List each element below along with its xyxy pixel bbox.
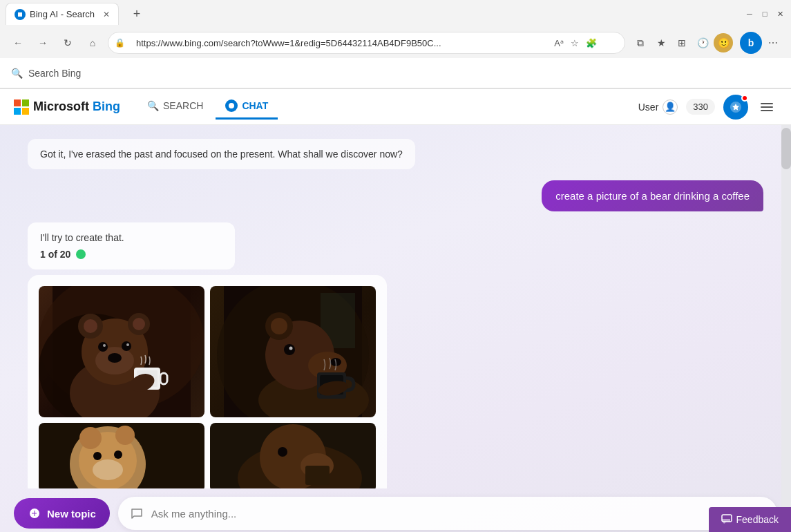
address-bar: ← → ↻ ⌂ 🔒 https://www.bing.com/search?to…: [0, 28, 791, 58]
hamburger-line: [761, 103, 773, 104]
home-button[interactable]: ⌂: [83, 33, 102, 53]
chat-nav-label: CHAT: [242, 100, 268, 111]
chat-input-wrap: [118, 497, 777, 530]
chat-area: Got it, I've erased the past and focused…: [0, 125, 791, 488]
bear-image-2-svg: [210, 286, 376, 417]
search-bar-area: 🔍 Search Bing: [0, 58, 791, 88]
read-mode-icon[interactable]: Aᵃ: [554, 38, 564, 48]
history-icon[interactable]: 🕐: [693, 33, 712, 53]
split-screen-icon[interactable]: ⧉: [631, 33, 650, 53]
bing-logo: Microsoft Bing: [14, 99, 120, 115]
extension-icon[interactable]: 🧩: [586, 38, 597, 48]
svg-point-19: [126, 343, 129, 346]
svg-point-18: [103, 344, 106, 347]
user-message: create a picture of a bear drinking a co…: [542, 180, 763, 211]
bot-counter: 1 of 20: [40, 249, 222, 260]
svg-point-51: [278, 447, 287, 457]
address-input-wrapper: 🔒 https://www.bing.com/search?toWww=1&re…: [108, 32, 625, 54]
svg-point-20: [108, 353, 122, 363]
svg-point-32: [271, 318, 287, 334]
bing-copilot-button[interactable]: b: [740, 32, 762, 54]
svg-point-13: [84, 319, 97, 333]
address-input[interactable]: 🔒 https://www.bing.com/search?toWww=1&re…: [108, 32, 625, 54]
scrollbar-thumb[interactable]: [781, 128, 791, 169]
bear-image-3[interactable]: [39, 423, 204, 488]
bear-image-4-svg: [210, 423, 376, 488]
system-message-text: Got it, I've erased the past and focused…: [40, 149, 403, 160]
svg-point-33: [284, 344, 295, 355]
favorites-icon[interactable]: ☆: [571, 38, 579, 48]
svg-point-42: [79, 427, 102, 449]
close-button[interactable]: ✕: [774, 8, 785, 19]
bing-header: Microsoft Bing 🔍 SEARCH CHAT User 👤 330: [0, 89, 791, 125]
svg-point-44: [93, 459, 123, 480]
user-message-text: create a picture of a bear drinking a co…: [555, 190, 750, 202]
maximize-button[interactable]: □: [759, 8, 770, 19]
scrollbar-track[interactable]: [781, 125, 791, 532]
search-nav-icon: 🔍: [146, 99, 159, 112]
svg-rect-52: [305, 466, 330, 485]
browser-tab[interactable]: Bing AI - Search ✕: [6, 3, 119, 25]
nav-chat[interactable]: CHAT: [216, 94, 278, 120]
svg-point-45: [93, 452, 102, 460]
bing-logo-text: Microsoft Bing: [33, 99, 120, 114]
chat-nav-icon: [225, 99, 238, 112]
hamburger-line: [761, 110, 773, 111]
header-right: User 👤 330: [638, 95, 777, 120]
hamburger-line: [761, 106, 773, 108]
refresh-button[interactable]: ↻: [58, 33, 77, 53]
menu-button[interactable]: ⋯: [763, 33, 783, 53]
search-input[interactable]: Search Bing: [28, 68, 81, 79]
bot-bubble: I'll try to create that. 1 of 20: [28, 222, 235, 269]
bear-image-4[interactable]: [210, 423, 376, 488]
reward-icon: [730, 101, 742, 113]
bear-image-1[interactable]: [39, 286, 204, 417]
collections-icon[interactable]: ⊞: [672, 33, 692, 53]
favorites-bar-icon[interactable]: ★: [651, 33, 671, 53]
back-button[interactable]: ←: [8, 33, 28, 53]
feedback-button[interactable]: Feedback: [709, 507, 791, 532]
svg-point-43: [115, 426, 135, 445]
minimize-button[interactable]: ─: [744, 8, 755, 19]
status-dot: [76, 249, 86, 259]
system-message: Got it, I've erased the past and focused…: [28, 139, 415, 169]
user-icon[interactable]: 👤: [663, 99, 678, 115]
bot-response: I'll try to create that. 1 of 20: [28, 222, 387, 488]
tab-close-button[interactable]: ✕: [103, 10, 110, 19]
lock-icon: 🔒: [115, 38, 125, 48]
svg-point-34: [289, 347, 293, 350]
user-label: User: [638, 102, 659, 113]
browser-right-icons: ⧉ ★ ⊞ 🕐 🙂 b ⋯: [631, 32, 783, 54]
bottom-bar: New topic: [0, 488, 791, 532]
search-icon: 🔍: [11, 68, 23, 79]
new-tab-button[interactable]: +: [127, 4, 146, 23]
svg-rect-1: [22, 99, 29, 106]
points-badge: 330: [686, 99, 715, 115]
microsoft-logo-icon: [14, 99, 29, 115]
svg-rect-2: [14, 108, 21, 115]
chat-input[interactable]: [151, 508, 766, 520]
hamburger-menu[interactable]: [756, 99, 777, 115]
user-info: User 👤: [638, 99, 678, 115]
bot-try-text: I'll try to create that.: [40, 232, 222, 243]
svg-rect-0: [14, 99, 21, 106]
chat-bubble-icon: [129, 506, 144, 521]
svg-point-46: [114, 450, 122, 459]
new-topic-button[interactable]: New topic: [14, 498, 110, 529]
svg-point-16: [98, 342, 108, 352]
reward-button[interactable]: [723, 95, 748, 120]
address-text: https://www.bing.com/search?toWww=1&redi…: [131, 38, 441, 48]
forward-button[interactable]: →: [33, 33, 53, 53]
images-card: [28, 275, 387, 488]
profile-avatar[interactable]: 🙂: [714, 33, 733, 53]
images-grid: [39, 286, 376, 488]
bing-nav: 🔍 SEARCH CHAT: [137, 94, 278, 120]
svg-point-17: [122, 341, 131, 351]
feedback-label: Feedback: [736, 514, 779, 525]
title-bar: Bing AI - Search ✕ + ─ □ ✕: [0, 0, 791, 28]
nav-search[interactable]: 🔍 SEARCH: [137, 94, 213, 120]
bear-image-1-svg: [39, 286, 204, 417]
tab-favicon: [15, 9, 26, 20]
bear-image-2[interactable]: [210, 286, 376, 417]
browser-chrome: Bing AI - Search ✕ + ─ □ ✕ ← → ↻ ⌂ 🔒 htt…: [0, 0, 791, 89]
